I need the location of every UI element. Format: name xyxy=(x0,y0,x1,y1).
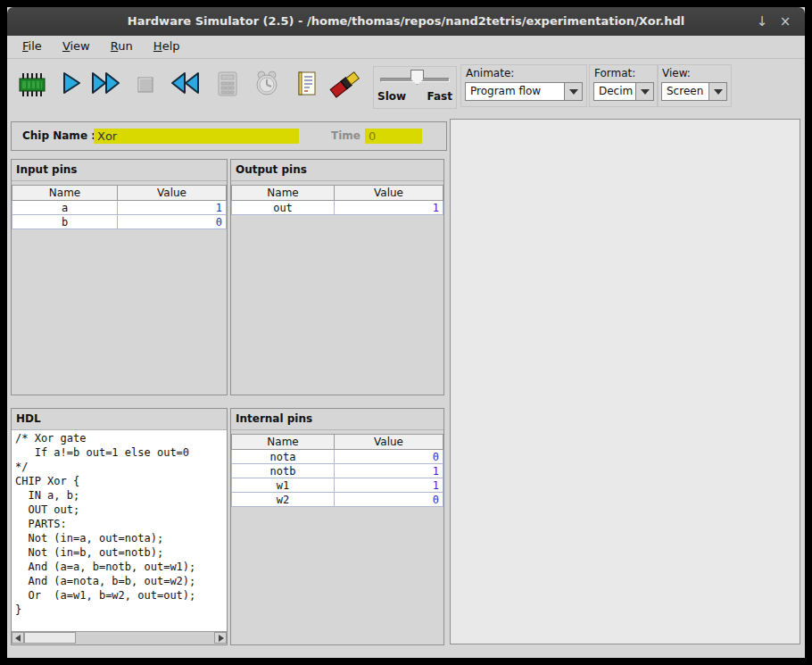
pin-name-cell: notb xyxy=(232,464,335,478)
clock-button xyxy=(253,70,280,98)
pin-name-cell: w2 xyxy=(232,493,335,507)
animate-group: Animate: Program flow xyxy=(460,64,587,107)
menu-run[interactable]: Run xyxy=(103,36,141,59)
input-pins-table: Name Value a 1 b 0 xyxy=(12,185,227,229)
hdl-panel: HDL /* Xor gate If a!=b out=1 else out=0… xyxy=(11,408,228,645)
slider-fast-label: Fast xyxy=(427,90,452,103)
rewind-icon xyxy=(168,70,202,96)
format-select[interactable]: Decimal xyxy=(593,82,654,101)
time-field: 0 xyxy=(365,129,422,144)
pin-name-cell: nota xyxy=(232,450,335,464)
slider-slow-label: Slow xyxy=(377,90,406,103)
stop-button[interactable] xyxy=(134,73,157,96)
pin-value-cell: 0 xyxy=(335,493,443,507)
app-window: Hardware Simulator (2.5) - /home/thomas/… xyxy=(7,7,805,658)
output-pins-header-value: Value xyxy=(335,186,443,201)
input-pins-title: Input pins xyxy=(12,160,227,181)
format-label: Format: xyxy=(594,67,654,79)
clear-screen-button[interactable] xyxy=(327,68,362,98)
menu-help[interactable]: Help xyxy=(145,36,188,59)
load-chip-button[interactable] xyxy=(16,71,48,98)
single-step-button[interactable] xyxy=(57,70,84,96)
minimize-button[interactable]: ↓ xyxy=(750,7,775,36)
chevron-down-icon[interactable] xyxy=(564,83,582,100)
document-icon xyxy=(294,70,319,98)
chip-icon xyxy=(16,71,48,98)
pin-name-cell: out xyxy=(232,201,335,215)
speed-slider[interactable] xyxy=(378,70,452,87)
view-select[interactable]: Screen xyxy=(661,82,727,101)
window-title: Hardware Simulator (2.5) - /home/thomas/… xyxy=(7,7,805,36)
table-row: notb 1 xyxy=(232,464,443,478)
reset-button[interactable] xyxy=(168,70,202,96)
table-row: b 0 xyxy=(12,215,227,229)
pin-value-cell: 0 xyxy=(335,450,443,464)
scrollbar-thumb[interactable] xyxy=(24,632,76,644)
run-button[interactable] xyxy=(89,70,123,96)
animate-select[interactable]: Program flow xyxy=(465,82,583,101)
time-label: Time : xyxy=(331,129,369,142)
hdl-code-view[interactable]: /* Xor gate If a!=b out=1 else out=0 */ … xyxy=(12,430,227,632)
menu-view[interactable]: View xyxy=(54,36,98,59)
toolbar: Slow Fast Animate: Program flow Format: … xyxy=(7,59,805,118)
pin-value-cell: 1 xyxy=(335,478,443,493)
slider-labels: Slow Fast xyxy=(377,90,452,103)
internal-pins-header-value: Value xyxy=(335,435,443,450)
output-pins-table: Name Value out 1 xyxy=(231,185,443,215)
output-pins-header-name: Name xyxy=(232,186,335,201)
slider-thumb[interactable] xyxy=(410,70,424,85)
pin-value-cell[interactable]: 0 xyxy=(118,215,227,229)
chevron-down-icon[interactable] xyxy=(635,83,653,100)
clock-icon xyxy=(253,70,280,98)
pin-name-cell: b xyxy=(12,215,118,229)
eraser-icon xyxy=(327,68,362,98)
chip-name-bar: Chip Name : Xor Time : 0 xyxy=(11,121,447,151)
internal-pins-panel: Internal pins Name Value nota 0 notb 1 xyxy=(230,408,444,645)
scroll-left-icon[interactable] xyxy=(12,632,24,644)
pin-value-cell: 1 xyxy=(335,201,443,215)
pin-value-cell: 1 xyxy=(335,464,443,478)
output-pins-title: Output pins xyxy=(231,160,443,181)
output-pins-panel: Output pins Name Value out 1 xyxy=(230,159,444,395)
animate-label: Animate: xyxy=(466,67,583,79)
format-selected-value: Decimal xyxy=(599,83,634,100)
chip-name-label: Chip Name : xyxy=(22,129,95,142)
titlebar[interactable]: Hardware Simulator (2.5) - /home/thomas/… xyxy=(7,7,805,36)
hdl-horizontal-scrollbar[interactable] xyxy=(12,631,227,644)
input-pins-header-name: Name xyxy=(12,186,118,201)
pin-name-cell: a xyxy=(12,201,118,215)
calculator-button xyxy=(214,70,241,98)
input-pins-panel: Input pins Name Value a 1 b 0 xyxy=(11,159,228,395)
view-program-button[interactable] xyxy=(294,70,319,98)
view-label: View: xyxy=(662,67,727,79)
view-group: View: Screen xyxy=(657,64,732,107)
input-pins-header-value: Value xyxy=(118,186,227,201)
speed-slider-group: Slow Fast xyxy=(373,66,457,109)
table-row: out 1 xyxy=(232,201,443,215)
table-row: a 1 xyxy=(12,201,227,215)
pin-name-cell: w1 xyxy=(232,478,335,493)
pin-value-cell[interactable]: 1 xyxy=(118,201,227,215)
hdl-title: HDL xyxy=(12,409,227,430)
calculator-icon xyxy=(214,70,241,98)
chevron-down-icon[interactable] xyxy=(708,83,726,100)
menu-bar: File View Run Help xyxy=(7,36,805,59)
animate-selected-value: Program flow xyxy=(470,83,562,100)
view-selected-value: Screen xyxy=(667,83,707,100)
screen-view-panel xyxy=(450,119,800,644)
single-step-icon xyxy=(57,70,84,96)
stop-icon xyxy=(134,73,157,96)
format-group: Format: Decimal xyxy=(589,64,659,107)
internal-pins-header-name: Name xyxy=(232,435,335,450)
table-row: w2 0 xyxy=(232,493,443,507)
internal-pins-title: Internal pins xyxy=(231,409,443,430)
fast-forward-icon xyxy=(89,70,123,96)
chip-name-field[interactable]: Xor xyxy=(94,129,299,144)
menu-file[interactable]: File xyxy=(14,36,50,59)
scroll-right-icon[interactable] xyxy=(214,632,227,644)
table-row: nota 0 xyxy=(232,450,443,464)
close-button[interactable]: × xyxy=(773,7,798,36)
internal-pins-table: Name Value nota 0 notb 1 w1 1 w2 xyxy=(231,434,443,507)
table-row: w1 1 xyxy=(232,478,443,493)
